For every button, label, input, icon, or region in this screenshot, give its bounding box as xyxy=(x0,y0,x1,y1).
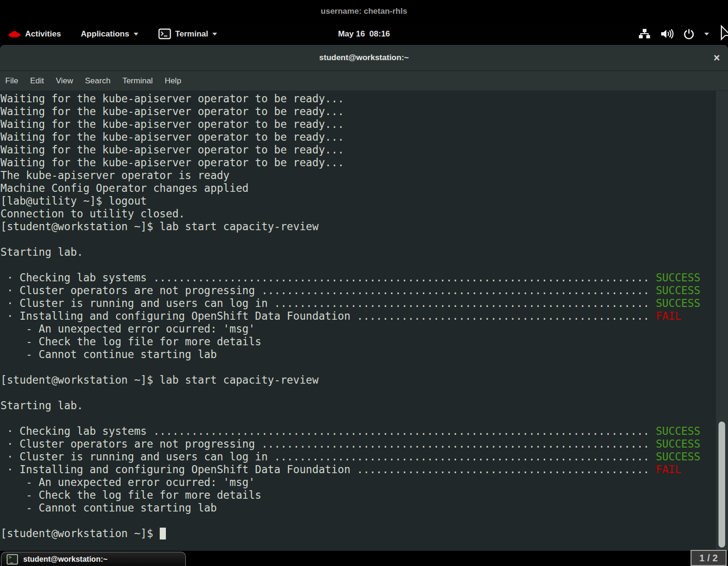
taskbar-window-button[interactable]: >_ student@workstation:~ xyxy=(1,552,186,566)
terminal-line: - Cannot continue starting lab xyxy=(0,348,728,361)
terminal-line: · Checking lab systems .................… xyxy=(0,271,728,284)
terminal-line-text: [lab@utility ~]$ logout xyxy=(0,195,147,207)
terminal-line: · Checking lab systems .................… xyxy=(0,425,728,438)
terminal-line: - Check the log file for more details xyxy=(0,489,728,502)
taskbar: >_ student@workstation:~ 1 / 2 xyxy=(0,551,728,566)
terminal-line xyxy=(0,386,728,399)
terminal-line: Waiting for the kube-apiserver operator … xyxy=(0,144,728,156)
volume-icon[interactable] xyxy=(660,28,673,39)
terminal-menu-label: Terminal xyxy=(175,29,209,39)
terminal-icon xyxy=(158,28,171,39)
window-titlebar[interactable]: student@workstation:~ × xyxy=(0,45,728,71)
menu-terminal[interactable]: Terminal xyxy=(122,76,153,86)
terminal-line: [lab@utility ~]$ logout xyxy=(0,195,728,207)
status-badge: SUCCESS xyxy=(656,425,701,437)
terminal-line-text: The kube-apiserver operator is ready xyxy=(0,169,229,181)
applications-label: Applications xyxy=(81,29,129,39)
terminal-line: Connection to utility closed. xyxy=(0,207,728,220)
scrollbar-track[interactable] xyxy=(716,91,728,566)
top-bar-right xyxy=(638,28,728,39)
menu-view[interactable]: View xyxy=(56,76,73,86)
terminal-line: - Cannot continue starting lab xyxy=(0,502,728,514)
terminal-line xyxy=(0,233,728,246)
taskbar-window-label: student@workstation:~ xyxy=(23,555,108,564)
session-banner: username: chetan-rhls xyxy=(0,0,728,23)
terminal-line: Waiting for the kube-apiserver operator … xyxy=(0,92,728,105)
terminal-line-text: Connection to utility closed. xyxy=(0,207,185,220)
activities-button[interactable]: Activities xyxy=(8,29,61,39)
terminal-line: Machine Config Operator changes applied xyxy=(0,182,728,195)
terminal-line-text: · Cluster is running and users can log i… xyxy=(0,450,656,463)
terminal-line-text: Starting lab. xyxy=(0,399,83,412)
menu-edit[interactable]: Edit xyxy=(30,76,44,86)
terminal-line-text: Waiting for the kube-apiserver operator … xyxy=(0,118,344,130)
terminal-line: · Cluster is running and users can log i… xyxy=(0,450,728,463)
terminal-line-text: - Cannot continue starting lab xyxy=(0,348,217,360)
terminal-line-text: [student@workstation ~]$ lab start capac… xyxy=(0,220,318,233)
terminal-line-text: · Checking lab systems .................… xyxy=(0,425,656,437)
menu-search[interactable]: Search xyxy=(85,76,110,86)
terminal-line: - Check the log file for more details xyxy=(0,335,728,348)
terminal-line-text: [student@workstation ~]$ lab start capac… xyxy=(0,374,318,386)
terminal-line: · Installing and configuring OpenShift D… xyxy=(0,463,728,476)
applications-menu[interactable]: Applications xyxy=(81,29,138,39)
clock-button[interactable]: May 16 08:16 xyxy=(338,29,390,39)
terminal-line: Waiting for the kube-apiserver operator … xyxy=(0,131,728,144)
terminal-line: · Installing and configuring OpenShift D… xyxy=(0,310,728,323)
menu-file[interactable]: File xyxy=(5,76,18,86)
terminal-line-text: - An unexpected error ocurred: 'msg' xyxy=(0,323,255,335)
chevron-down-icon xyxy=(134,33,138,36)
terminal-line: Waiting for the kube-apiserver operator … xyxy=(0,105,728,118)
terminal-line-text: · Installing and configuring OpenShift D… xyxy=(0,310,656,322)
chevron-down-icon[interactable] xyxy=(704,33,709,36)
terminal-line-text: · Cluster is running and users can log i… xyxy=(0,297,656,309)
terminal-line: Starting lab. xyxy=(0,246,728,259)
terminal-line xyxy=(0,412,728,425)
terminal-line-text: Waiting for the kube-apiserver operator … xyxy=(0,92,344,105)
status-badge: SUCCESS xyxy=(656,450,701,463)
terminal-line-text: - Check the log file for more details xyxy=(0,489,261,501)
terminal-line-text: Waiting for the kube-apiserver operator … xyxy=(0,144,344,156)
terminal-line: Waiting for the kube-apiserver operator … xyxy=(0,118,728,131)
status-badge: SUCCESS xyxy=(656,438,701,450)
terminal-line: - An unexpected error ocurred: 'msg' xyxy=(0,323,728,335)
status-badge: FAIL xyxy=(656,310,682,322)
terminal-line-text: Waiting for the kube-apiserver operator … xyxy=(0,131,344,143)
network-icon[interactable] xyxy=(638,28,650,39)
terminal-line: [student@workstation ~]$ lab start capac… xyxy=(0,220,728,233)
terminal-line xyxy=(0,259,728,271)
terminal-content[interactable]: Waiting for the kube-apiserver operator … xyxy=(0,91,728,566)
terminal-output: Waiting for the kube-apiserver operator … xyxy=(0,91,728,540)
terminal-line-text: Waiting for the kube-apiserver operator … xyxy=(0,105,344,117)
terminal-line-text: Waiting for the kube-apiserver operator … xyxy=(0,156,344,169)
terminal-line: - An unexpected error ocurred: 'msg' xyxy=(0,476,728,489)
scrollbar-thumb[interactable] xyxy=(719,422,725,548)
power-icon[interactable] xyxy=(683,28,694,39)
terminal-line: The kube-apiserver operator is ready xyxy=(0,169,728,182)
terminal-icon: >_ xyxy=(7,554,18,565)
terminal-line-text: · Installing and configuring OpenShift D… xyxy=(0,463,656,476)
terminal-app-menu[interactable]: Terminal xyxy=(158,28,218,39)
terminal-line: Waiting for the kube-apiserver operator … xyxy=(0,156,728,169)
status-badge: SUCCESS xyxy=(656,284,701,296)
mouse-pointer-icon xyxy=(720,24,728,43)
workspace-pager[interactable]: 1 / 2 xyxy=(691,550,727,566)
terminal-line-text: [student@workstation ~]$ xyxy=(0,527,160,539)
terminal-line: [student@workstation ~]$ xyxy=(0,527,728,540)
terminal-line: [student@workstation ~]$ lab start capac… xyxy=(0,374,728,386)
window-title: student@workstation:~ xyxy=(319,53,409,63)
terminal-line-text: - An unexpected error ocurred: 'msg' xyxy=(0,476,255,488)
session-username-text: username: chetan-rhls xyxy=(321,7,407,16)
terminal-line xyxy=(0,361,728,374)
close-button[interactable]: × xyxy=(714,53,720,63)
terminal-line-text: · Cluster operators are not progressing … xyxy=(0,438,656,450)
terminal-line-text: Starting lab. xyxy=(0,246,83,258)
status-badge: SUCCESS xyxy=(656,297,701,309)
terminal-line-text: · Cluster operators are not progressing … xyxy=(0,284,656,296)
status-badge: FAIL xyxy=(656,463,682,476)
gnome-top-bar: Activities Applications Terminal May 16 … xyxy=(0,23,728,45)
terminal-window: student@workstation:~ × File Edit View S… xyxy=(0,45,728,566)
chevron-down-icon xyxy=(212,33,217,36)
menu-help[interactable]: Help xyxy=(164,76,181,86)
menu-bar: File Edit View Search Terminal Help xyxy=(0,71,728,90)
